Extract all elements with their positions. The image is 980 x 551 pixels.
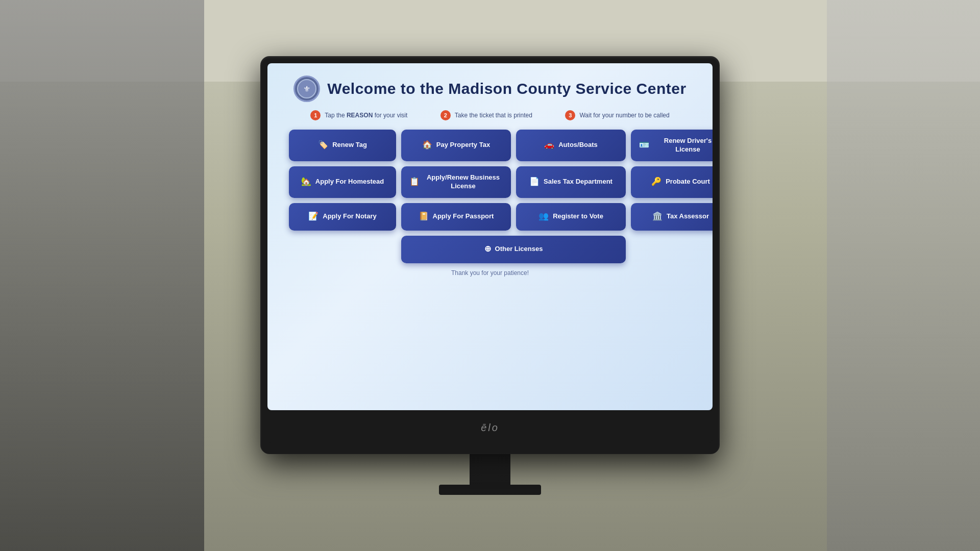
other-licenses-label: Other Licenses — [495, 245, 543, 254]
step-2: 2 Take the ticket that is printed — [440, 110, 532, 120]
steps-bar: 1 Tap the REASON for your visit 2 Take t… — [284, 110, 696, 120]
service-buttons-grid: 🏷️ Renew Tag 🏠 Pay Property Tax 🚗 Autos/… — [284, 130, 696, 263]
apply-homestead-button[interactable]: 🏡 Apply For Homestead — [289, 166, 396, 198]
other-licenses-icon: ⊕ — [484, 244, 491, 255]
tax-assessor-label: Tax Assessor — [667, 212, 709, 221]
autos-boats-icon: 🚗 — [544, 140, 554, 151]
county-seal: ⚜ — [293, 76, 320, 102]
renew-license-icon: 🪪 — [639, 140, 649, 151]
apply-renew-business-button[interactable]: 📋 Apply/Renew Business License — [401, 166, 511, 198]
probate-court-button[interactable]: 🔑 Probate Court — [631, 166, 713, 198]
kiosk-screen: ⚜ Welcome to the Madison County Service … — [267, 63, 713, 410]
apply-notary-button[interactable]: 📝 Apply For Notary — [289, 203, 396, 231]
screen-header: ⚜ Welcome to the Madison County Service … — [284, 76, 696, 102]
step-1: 1 Tap the REASON for your visit — [310, 110, 407, 120]
kiosk-frame: ⚜ Welcome to the Madison County Service … — [260, 56, 720, 454]
homestead-icon: 🏡 — [301, 177, 311, 187]
elo-brand-bar: ēlo — [267, 412, 713, 443]
register-vote-button[interactable]: 👥 Register to Vote — [516, 203, 626, 231]
sales-tax-label: Sales Tax Department — [544, 178, 612, 186]
county-seal-inner: ⚜ — [297, 79, 316, 98]
sales-tax-button[interactable]: 📄 Sales Tax Department — [516, 166, 626, 198]
vote-label: Register to Vote — [553, 212, 603, 221]
autos-boats-button[interactable]: 🚗 Autos/Boats — [516, 130, 626, 161]
renew-tag-icon: 🏷️ — [318, 140, 328, 151]
step-3-text: Wait for your number to be called — [579, 112, 669, 119]
pay-property-tax-label: Pay Property Tax — [436, 141, 490, 149]
vote-icon: 👥 — [538, 211, 549, 222]
other-licenses-button[interactable]: ⊕ Other Licenses — [401, 236, 626, 263]
business-label: Apply/Renew Business License — [424, 173, 503, 191]
step-2-num: 2 — [440, 110, 451, 120]
step-2-text: Take the ticket that is printed — [455, 112, 532, 119]
notary-label: Apply For Notary — [323, 212, 376, 221]
kiosk-stand — [470, 454, 510, 485]
pay-property-tax-button[interactable]: 🏠 Pay Property Tax — [401, 130, 511, 161]
step-1-text: Tap the REASON for your visit — [325, 112, 407, 119]
probate-label: Probate Court — [666, 178, 710, 186]
step-3-num: 3 — [565, 110, 575, 120]
notary-icon: 📝 — [308, 211, 318, 222]
probate-icon: 🔑 — [651, 177, 662, 187]
apply-passport-button[interactable]: 📔 Apply For Passport — [401, 203, 511, 231]
kiosk-assembly: ⚜ Welcome to the Madison County Service … — [235, 46, 745, 505]
screen-footer: Thank you for your patience! — [284, 269, 696, 277]
room-left-panel — [0, 0, 204, 551]
renew-license-label: Renew Driver's License — [653, 137, 713, 154]
step-1-num: 1 — [310, 110, 321, 120]
business-icon: 📋 — [409, 177, 420, 187]
autos-boats-label: Autos/Boats — [558, 141, 598, 149]
pay-property-tax-icon: 🏠 — [422, 140, 432, 151]
sales-tax-icon: 📄 — [529, 177, 540, 187]
renew-tag-label: Renew Tag — [332, 141, 367, 149]
tax-assessor-button[interactable]: 🏛️ Tax Assessor — [631, 203, 713, 231]
kiosk-base — [439, 485, 541, 495]
renew-tag-button[interactable]: 🏷️ Renew Tag — [289, 130, 396, 161]
tax-assessor-icon: 🏛️ — [652, 211, 663, 222]
passport-icon: 📔 — [419, 211, 429, 222]
homestead-label: Apply For Homestead — [315, 178, 384, 186]
page-title: Welcome to the Madison County Service Ce… — [327, 80, 686, 97]
footer-text: Thank you for your patience! — [451, 269, 529, 277]
passport-label: Apply For Passport — [433, 212, 494, 221]
elo-logo: ēlo — [481, 422, 499, 434]
step-3: 3 Wait for your number to be called — [565, 110, 669, 120]
renew-drivers-license-button[interactable]: 🪪 Renew Driver's License — [631, 130, 713, 161]
room-right-bg — [827, 0, 980, 551]
